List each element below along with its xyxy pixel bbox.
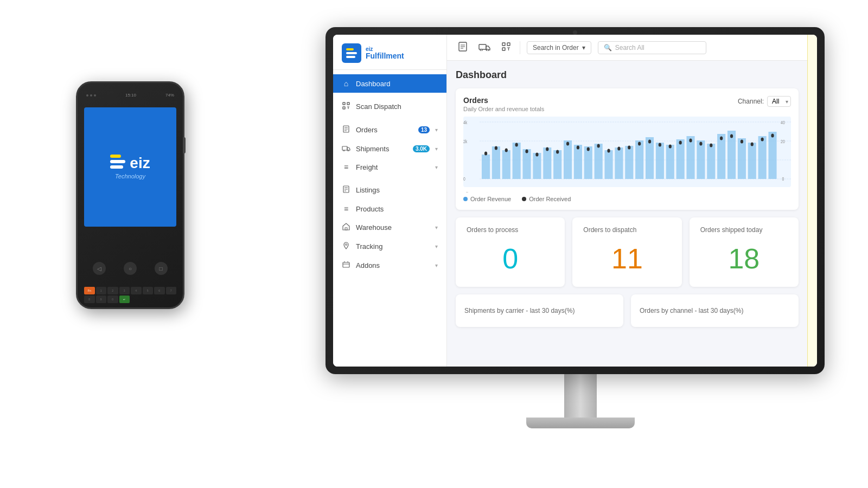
- search-icon: 🔍: [604, 44, 612, 52]
- channel-wrapper[interactable]: All: [767, 96, 791, 107]
- svg-rect-30: [507, 43, 510, 46]
- sidebar-label-shipments: Shipments: [356, 145, 407, 153]
- sidebar-label-freight: Freight: [356, 163, 430, 171]
- svg-text:20: 20: [781, 139, 785, 144]
- channel-select[interactable]: All: [767, 96, 791, 107]
- svg-text:40: 40: [781, 120, 785, 125]
- sidebar-item-addons[interactable]: Addons ▾: [333, 256, 446, 275]
- menu-divider-2: [333, 116, 446, 120]
- legend-received: Order Received: [522, 196, 571, 202]
- svg-point-85: [597, 144, 600, 148]
- phone-key-5[interactable]: 5: [143, 287, 154, 294]
- svg-rect-9: [342, 146, 347, 150]
- svg-point-84: [587, 147, 590, 151]
- phone-key-2[interactable]: 2: [107, 287, 118, 294]
- svg-point-100: [751, 143, 754, 146]
- phone-logo: eiz: [110, 155, 150, 172]
- phone-back-btn[interactable]: ◁: [93, 262, 106, 275]
- svg-point-83: [577, 146, 579, 150]
- phone-side-button: [183, 137, 186, 153]
- svg-point-86: [607, 149, 610, 153]
- products-icon: ≡: [342, 204, 350, 213]
- svg-point-17: [346, 244, 347, 246]
- monitor: eiz Fulfillment ⌂ Dashboard: [326, 27, 835, 450]
- phone-home-btn[interactable]: ○: [124, 262, 137, 275]
- svg-point-77: [515, 143, 518, 147]
- phone-key-7[interactable]: 7: [166, 287, 177, 294]
- svg-rect-50: [533, 153, 541, 179]
- svg-rect-49: [522, 149, 531, 179]
- stat-value-shipped-today: 18: [700, 239, 788, 278]
- legend-dot-revenue: [463, 197, 468, 201]
- svg-point-79: [535, 153, 538, 157]
- phone-key-fn[interactable]: Fn: [84, 287, 95, 294]
- svg-rect-46: [492, 146, 500, 179]
- svg-point-81: [556, 150, 559, 154]
- topbar: Search in Order ▾ 🔍 Search All: [447, 35, 807, 61]
- shipments-icon: [342, 144, 350, 153]
- sidebar-label-scan-dispatch: Scan Dispatch: [356, 102, 438, 111]
- sidebar-label-dashboard: Dashboard: [356, 80, 438, 88]
- phone-key-3[interactable]: 3: [119, 287, 130, 294]
- svg-rect-26: [479, 44, 486, 49]
- svg-point-89: [638, 142, 641, 146]
- phone-screen: eiz Technology: [84, 107, 176, 227]
- sidebar-item-shipments[interactable]: Shipments 3.0K ▾: [333, 139, 446, 158]
- svg-rect-58: [615, 147, 623, 179]
- phone-status-bar: 15:10 74%: [86, 93, 174, 98]
- search-all-input[interactable]: 🔍 Search All: [598, 41, 706, 54]
- sidebar-item-tracking[interactable]: Tracking ▾: [333, 237, 446, 256]
- svg-rect-31: [502, 48, 505, 50]
- phone-logo-icon: [110, 155, 127, 172]
- phone-key-8[interactable]: 8: [84, 296, 95, 303]
- svg-text:0: 0: [463, 176, 465, 182]
- phone-key-4[interactable]: 4: [131, 287, 142, 294]
- phone-sub-text: Technology: [115, 173, 145, 179]
- phone-key-6[interactable]: 6: [154, 287, 165, 294]
- sidebar-item-orders[interactable]: Orders 13 ▾: [333, 120, 446, 139]
- stat-value-to-process: 0: [467, 239, 554, 278]
- monitor-camera: [573, 30, 577, 35]
- svg-rect-59: [625, 146, 633, 179]
- sidebar-menu: ⌂ Dashboard: [333, 70, 446, 367]
- svg-point-11: [348, 150, 349, 151]
- sidebar-label-orders: Orders: [356, 126, 413, 134]
- phone-key-enter[interactable]: ↵: [119, 296, 130, 303]
- sidebar-item-products[interactable]: ≡ Products: [333, 200, 446, 218]
- svg-rect-73: [768, 132, 776, 179]
- orders-chevron: ▾: [435, 127, 438, 133]
- sidebar-item-warehouse[interactable]: Warehouse ▾: [333, 218, 446, 237]
- chart-channel-selector: Channel: All: [738, 96, 791, 107]
- dashboard-icon: ⌂: [342, 79, 350, 88]
- stat-label-to-dispatch: Orders to dispatch: [583, 226, 671, 234]
- sidebar-item-listings[interactable]: Listings: [333, 181, 446, 200]
- sidebar-label-tracking: Tracking: [356, 242, 430, 251]
- sidebar-item-dashboard[interactable]: ⌂ Dashboard: [333, 74, 446, 93]
- addons-chevron: ▾: [435, 262, 438, 268]
- svg-point-99: [741, 140, 743, 144]
- svg-rect-71: [748, 143, 756, 179]
- svg-rect-72: [758, 136, 767, 179]
- phone-key-1[interactable]: 1: [96, 287, 107, 294]
- chart-svg-container: 4k 2k 0 40 20 0: [463, 117, 791, 192]
- monitor-screen: eiz Fulfillment ⌂ Dashboard: [333, 35, 817, 367]
- search-order-dropdown[interactable]: Search in Order ▾: [527, 41, 591, 54]
- svg-point-98: [730, 134, 733, 138]
- svg-rect-51: [543, 147, 551, 179]
- svg-text:4k: 4k: [463, 120, 467, 125]
- topbar-orders-icon[interactable]: [456, 40, 470, 56]
- phone-key-9[interactable]: 9: [96, 296, 107, 303]
- topbar-truck-icon[interactable]: [476, 40, 493, 55]
- sidebar: eiz Fulfillment ⌂ Dashboard: [333, 35, 447, 367]
- phone-keypad: Fn 1 2 3 4 5 6 7 8 9 0 ↵: [84, 287, 176, 303]
- sidebar-item-scan-dispatch[interactable]: Scan Dispatch: [333, 97, 446, 116]
- stat-label-to-process: Orders to process: [467, 226, 554, 234]
- phone-key-0[interactable]: 0: [107, 296, 118, 303]
- monitor-stand-neck: [564, 374, 597, 418]
- addons-icon: [342, 261, 350, 270]
- phone-menu-btn[interactable]: □: [155, 262, 168, 275]
- topbar-scan-icon[interactable]: [499, 40, 513, 56]
- chart-legend: Order Revenue Order Received: [463, 196, 791, 202]
- sidebar-item-freight[interactable]: ≡ Freight ▾: [333, 158, 446, 176]
- svg-point-78: [525, 150, 528, 153]
